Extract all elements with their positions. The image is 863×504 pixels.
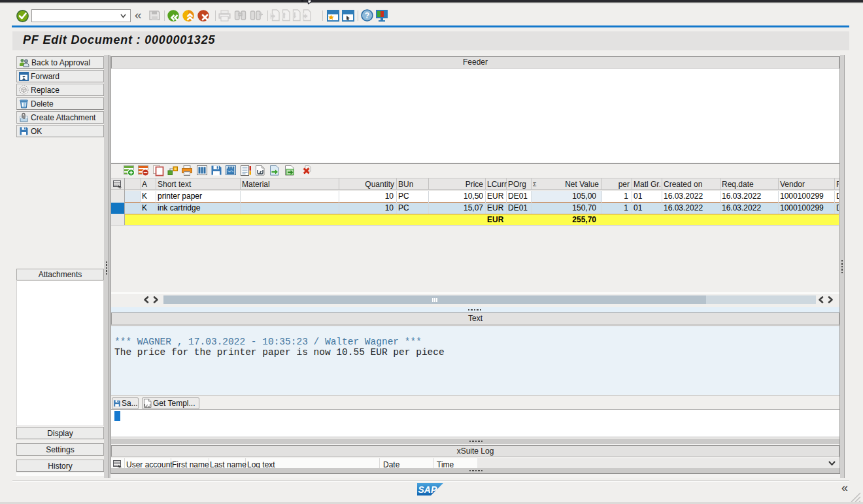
svg-text:?: ? [365, 11, 369, 20]
svg-text:SAP: SAP [418, 484, 437, 495]
